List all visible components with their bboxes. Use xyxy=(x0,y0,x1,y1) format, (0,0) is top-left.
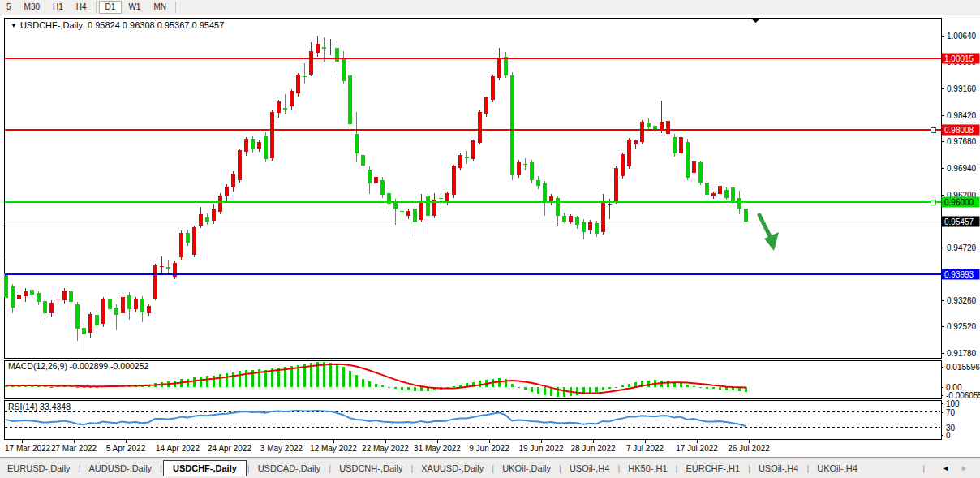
tab-xauusd-daily[interactable]: XAUUSD-,Daily xyxy=(414,460,491,476)
svg-text:5 Apr 2022: 5 Apr 2022 xyxy=(106,444,146,453)
price-axis: 1.006400.999000.991600.984200.976800.969… xyxy=(941,32,977,358)
tab-hk50-h1[interactable]: HK50-,H1 xyxy=(621,460,674,476)
svg-text:1.00640: 1.00640 xyxy=(947,32,977,41)
toolbar-separator xyxy=(175,2,176,13)
svg-text:0.92520: 0.92520 xyxy=(947,322,977,331)
tab-usdcnh-daily[interactable]: USDCNH-,Daily xyxy=(332,460,410,476)
tab-separator: | xyxy=(922,463,925,473)
tab-eurchf-h1[interactable]: EURCHF-,H1 xyxy=(678,460,747,476)
tab-usdchf-daily[interactable]: USDCHF-,Daily xyxy=(163,460,247,476)
chart-symbol-label: USDCHF-,Daily xyxy=(20,20,83,30)
timeframe-button-5[interactable]: 5 xyxy=(0,1,18,14)
svg-text:17 Jul 2022: 17 Jul 2022 xyxy=(676,444,718,453)
svg-text:1.00015: 1.00015 xyxy=(944,54,974,63)
svg-text:17 Mar 2022: 17 Mar 2022 xyxy=(5,444,51,453)
svg-text:0.91780: 0.91780 xyxy=(947,349,977,358)
panel-borders xyxy=(4,18,941,439)
hline-endpoint-marker[interactable] xyxy=(931,200,935,205)
timeframe-button-h4[interactable]: H4 xyxy=(70,1,93,14)
svg-text:0.99160: 0.99160 xyxy=(947,84,977,93)
svg-text:0.98008: 0.98008 xyxy=(944,126,974,135)
mt4-window: 5M30H1H4D1W1MN 1.006400.999000.991600.98… xyxy=(0,0,980,478)
svg-text:28 Jun 2022: 28 Jun 2022 xyxy=(570,444,615,453)
tab-ukoil-h4[interactable]: UKOil-,H4 xyxy=(810,460,865,476)
svg-text:0.96000: 0.96000 xyxy=(944,198,974,207)
svg-text:0.94720: 0.94720 xyxy=(947,243,977,252)
svg-text:0.98420: 0.98420 xyxy=(947,111,977,120)
svg-text:0.97680: 0.97680 xyxy=(947,137,977,146)
timeframe-button-m30[interactable]: M30 xyxy=(18,1,46,14)
timeframe-button-mn[interactable]: MN xyxy=(147,1,173,14)
timeframe-button-w1[interactable]: W1 xyxy=(122,1,147,14)
svg-text:27 Mar 2022: 27 Mar 2022 xyxy=(51,444,97,453)
tab-audusd-daily[interactable]: AUDUSD-,Daily xyxy=(81,460,159,476)
svg-text:19 Jun 2022: 19 Jun 2022 xyxy=(518,444,563,453)
hline-endpoint-marker[interactable] xyxy=(931,127,935,132)
svg-text:26 Jul 2022: 26 Jul 2022 xyxy=(728,444,770,453)
chart-title: ▼USDCHF-,Daily 0.95824 0.96308 0.95367 0… xyxy=(11,20,224,30)
tab-usoil-h4[interactable]: USOil-,H4 xyxy=(751,460,806,476)
svg-text:24 Apr 2022: 24 Apr 2022 xyxy=(208,444,251,453)
timeframe-button-h1[interactable]: H1 xyxy=(46,1,70,14)
svg-text:3 May 2022: 3 May 2022 xyxy=(260,444,303,453)
svg-text:0.96940: 0.96940 xyxy=(947,164,977,173)
svg-text:7 Jul 2022: 7 Jul 2022 xyxy=(626,444,664,453)
rsi-axis: 10070300 xyxy=(941,399,960,440)
svg-text:31 May 2022: 31 May 2022 xyxy=(414,444,461,453)
tab-scroll-right-icon[interactable]: ► xyxy=(955,464,974,472)
svg-text:70: 70 xyxy=(946,408,956,417)
tab-scroll-left-icon[interactable]: ◄ xyxy=(936,464,955,472)
toolbar-separator xyxy=(96,2,97,13)
collapse-triangle-icon[interactable]: ▼ xyxy=(11,22,17,29)
macd-indicator-label: MACD(12,26,9) -0.002899 -0.000252 xyxy=(8,361,148,371)
svg-text:9 Jun 2022: 9 Jun 2022 xyxy=(469,444,509,453)
svg-text:100: 100 xyxy=(946,399,960,408)
macd-axis: 0.0155960.00-0.006055 xyxy=(941,363,980,400)
chart-ohlc-values: 0.95824 0.96308 0.95367 0.95457 xyxy=(88,20,224,30)
timeframe-toolbar: 5M30H1H4D1W1MN xyxy=(0,0,980,15)
date-axis: 17 Mar 202227 Mar 20225 Apr 202214 Apr 2… xyxy=(5,439,770,453)
rsi-indicator-label: RSI(14) 33.4348 xyxy=(8,402,71,411)
chart-canvas[interactable]: 1.006400.999000.991600.984200.976800.969… xyxy=(0,0,980,457)
svg-text:0: 0 xyxy=(946,431,951,440)
svg-text:0.015596: 0.015596 xyxy=(946,363,980,372)
svg-text:12 May 2022: 12 May 2022 xyxy=(310,444,357,453)
svg-text:22 May 2022: 22 May 2022 xyxy=(362,444,409,453)
timeframe-button-d1[interactable]: D1 xyxy=(99,1,122,14)
svg-text:14 Apr 2022: 14 Apr 2022 xyxy=(156,444,200,453)
tab-usdcad-daily[interactable]: USDCAD-,Daily xyxy=(251,460,329,476)
tab-usoil-h4[interactable]: USOil-,H4 xyxy=(562,460,617,476)
svg-text:0.93993: 0.93993 xyxy=(944,270,974,279)
svg-text:0.93260: 0.93260 xyxy=(947,296,977,305)
tab-ukoil-daily[interactable]: UKOil-,Daily xyxy=(495,460,558,476)
chart-tab-bar: EURUSD-,Daily|AUDUSD-,Daily|USDCHF-,Dail… xyxy=(0,457,980,478)
tab-eurusd-daily[interactable]: EURUSD-,Daily xyxy=(0,460,78,476)
svg-text:0.95457: 0.95457 xyxy=(944,217,974,226)
